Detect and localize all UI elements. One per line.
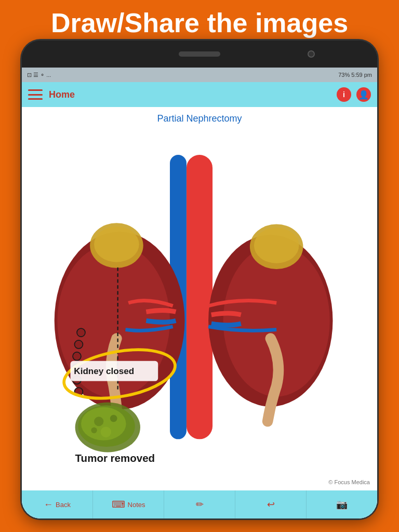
svg-point-14 xyxy=(73,352,81,361)
back-button[interactable]: ← Back xyxy=(22,490,93,518)
account-button[interactable]: 👤 xyxy=(356,87,371,102)
notes-button[interactable]: ⌨ Notes xyxy=(93,490,164,518)
app-bar: Home i 👤 xyxy=(22,82,377,107)
status-bar: ⊡ ☰ ⚬ ... 73% 5:59 pm xyxy=(22,68,377,82)
svg-text:Tumor removed: Tumor removed xyxy=(75,452,155,464)
app-bar-actions: i 👤 xyxy=(337,87,371,102)
pencil-icon: ✏ xyxy=(196,499,204,510)
screen: ⊡ ☰ ⚬ ... 73% 5:59 pm Home i 👤 Pa xyxy=(22,68,377,518)
camera-button[interactable]: 📷 xyxy=(307,490,377,518)
status-time-battery: 73% 5:59 pm xyxy=(338,72,372,78)
content-area: Partial Nephrectomy xyxy=(22,107,377,518)
keyboard-icon: ⌨ xyxy=(112,499,125,510)
camera xyxy=(308,50,315,58)
illustration-area: Tumor removed Kidney closed © Focus Medi… xyxy=(22,127,377,490)
camera-icon: 📷 xyxy=(336,499,348,510)
top-banner: Draw/Share the images xyxy=(0,0,399,46)
page-title: Partial Nephrectomy xyxy=(22,107,377,127)
svg-point-12 xyxy=(77,328,85,337)
status-icons: ⊡ ☰ ⚬ ... xyxy=(27,72,51,78)
menu-icon[interactable] xyxy=(28,89,43,100)
svg-point-10 xyxy=(94,227,139,262)
phone-frame: ⊡ ☰ ⚬ ... 73% 5:59 pm Home i 👤 Pa xyxy=(22,41,377,518)
phone-top-bar xyxy=(22,41,377,68)
undo-button[interactable]: ↩ xyxy=(235,490,307,518)
back-label: Back xyxy=(56,501,71,509)
svg-point-23 xyxy=(101,427,112,437)
notes-label: Notes xyxy=(128,501,145,509)
svg-text:Kidney closed: Kidney closed xyxy=(74,366,134,376)
status-right: 73% 5:59 pm xyxy=(338,72,372,78)
draw-button[interactable]: ✏ xyxy=(164,490,235,518)
status-left: ⊡ ☰ ⚬ ... xyxy=(27,72,51,78)
bottom-toolbar: ← Back ⌨ Notes ✏ ↩ 📷 xyxy=(22,490,377,518)
svg-point-22 xyxy=(110,415,117,422)
svg-point-24 xyxy=(91,428,97,433)
back-icon: ← xyxy=(44,499,53,510)
anatomy-illustration: Tumor removed Kidney closed xyxy=(22,127,377,490)
svg-point-21 xyxy=(94,417,103,426)
svg-point-6 xyxy=(254,228,299,263)
speaker xyxy=(179,51,220,57)
copyright: © Focus Medica xyxy=(328,479,370,485)
info-button[interactable]: i xyxy=(337,87,351,102)
app-title: Home xyxy=(49,89,75,100)
banner-title: Draw/Share the images xyxy=(51,7,348,38)
svg-point-13 xyxy=(74,340,83,349)
svg-rect-1 xyxy=(187,155,212,439)
undo-icon: ↩ xyxy=(267,499,275,510)
